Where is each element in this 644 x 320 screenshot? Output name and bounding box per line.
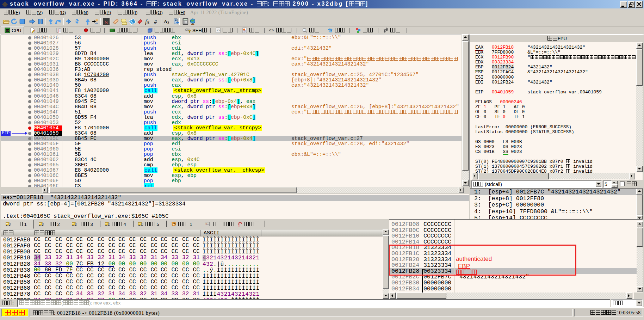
svg-text:<>: <> — [269, 28, 274, 33]
svg-text:fx: fx — [145, 18, 150, 25]
svg-text:S: S — [105, 19, 108, 25]
svg-text:#: # — [154, 18, 157, 25]
svg-text:32: 32 — [6, 30, 9, 32]
svg-text:2: 2 — [167, 21, 169, 25]
svg-text:A: A — [164, 19, 167, 24]
svg-text:<>: <> — [217, 29, 221, 32]
